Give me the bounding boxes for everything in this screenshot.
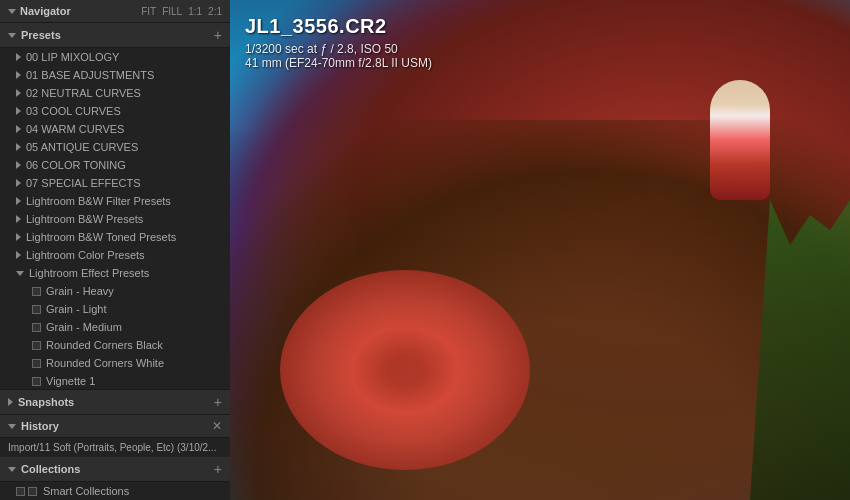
preset-expand-icon — [16, 179, 21, 187]
photo-info: JL1_3556.CR2 1/3200 sec at ƒ / 2.8, ISO … — [245, 15, 432, 70]
preset-item-vignette1[interactable]: Vignette 1 — [0, 372, 230, 389]
nav-fit[interactable]: FIT — [141, 6, 156, 17]
preset-expand-icon — [16, 107, 21, 115]
snapshots-title: Snapshots — [8, 396, 74, 408]
preset-item-rounded-corners-white[interactable]: Rounded Corners White — [0, 354, 230, 372]
collections-section-header[interactable]: Collections + — [0, 457, 230, 482]
nav-1to1[interactable]: 1:1 — [188, 6, 202, 17]
preset-child-icon — [32, 305, 41, 314]
preset-item-color-toning[interactable]: 06 COLOR TONING — [0, 156, 230, 174]
nav-2to1[interactable]: 2:1 — [208, 6, 222, 17]
preset-expand-icon — [16, 143, 21, 151]
smart-collections-label[interactable]: Smart Collections — [43, 485, 129, 497]
preset-child-icon — [32, 287, 41, 296]
navigator-options: FIT FILL 1:1 2:1 — [141, 6, 222, 17]
snapshots-section-header[interactable]: Snapshots + — [0, 390, 230, 415]
presets-title: Presets — [8, 29, 61, 41]
preset-item-lip-mixology[interactable]: 00 LIP MIXOLOGY — [0, 48, 230, 66]
preset-expand-icon — [16, 215, 21, 223]
collections-collapse-icon — [8, 467, 16, 472]
preset-child-icon — [32, 359, 41, 368]
smart-collections-icon2 — [28, 487, 37, 496]
history-close-button[interactable]: ✕ — [212, 419, 222, 433]
smart-collections-icon — [16, 487, 25, 496]
preset-item-base-adjustments[interactable]: 01 BASE ADJUSTMENTS — [0, 66, 230, 84]
left-panel: Navigator FIT FILL 1:1 2:1 Presets + 00 … — [0, 0, 230, 500]
preset-item-grain-heavy[interactable]: Grain - Heavy — [0, 282, 230, 300]
elephant-decoration — [280, 270, 530, 470]
preset-expand-icon — [16, 125, 21, 133]
preset-item-warm-curves[interactable]: 04 WARM CURVES — [0, 120, 230, 138]
preset-item-neutral-curves[interactable]: 02 NEUTRAL CURVES — [0, 84, 230, 102]
preset-expand-icon — [16, 271, 24, 276]
navigator-title: Navigator — [8, 5, 71, 17]
collections-title: Collections — [8, 463, 80, 475]
snapshots-add-button[interactable]: + — [214, 394, 222, 410]
photo-lens: 41 mm (EF24-70mm f/2.8L II USM) — [245, 56, 432, 70]
navigator-collapse-icon — [8, 9, 16, 14]
collections-add-button[interactable]: + — [214, 461, 222, 477]
photo-filename: JL1_3556.CR2 — [245, 15, 432, 38]
preset-item-grain-medium[interactable]: Grain - Medium — [0, 318, 230, 336]
navigator-header[interactable]: Navigator FIT FILL 1:1 2:1 — [0, 0, 230, 23]
main-image-area: JL1_3556.CR2 1/3200 sec at ƒ / 2.8, ISO … — [230, 0, 850, 500]
nav-fill[interactable]: FILL — [162, 6, 182, 17]
bottom-sections: Snapshots + History ✕ Import/11 Soft (Po… — [0, 389, 230, 500]
snapshots-collapse-icon — [8, 398, 13, 406]
preset-item-rounded-corners-black[interactable]: Rounded Corners Black — [0, 336, 230, 354]
preset-expand-icon — [16, 53, 21, 61]
photo-exposure: 1/3200 sec at ƒ / 2.8, ISO 50 — [245, 42, 432, 56]
preset-item-grain-light[interactable]: Grain - Light — [0, 300, 230, 318]
preset-item-bw-filter[interactable]: Lightroom B&W Filter Presets — [0, 192, 230, 210]
presets-list: 00 LIP MIXOLOGY 01 BASE ADJUSTMENTS 02 N… — [0, 48, 230, 389]
history-collapse-icon — [8, 424, 16, 429]
preset-expand-icon — [16, 233, 21, 241]
preset-child-icon — [32, 323, 41, 332]
preset-expand-icon — [16, 161, 21, 169]
presets-add-button[interactable]: + — [214, 27, 222, 43]
preset-item-bw-toned[interactable]: Lightroom B&W Toned Presets — [0, 228, 230, 246]
preset-item-effect-presets[interactable]: Lightroom Effect Presets — [0, 264, 230, 282]
history-content: Import/11 Soft (Portraits, People, Etc) … — [0, 438, 230, 457]
history-item[interactable]: Import/11 Soft (Portraits, People, Etc) … — [8, 442, 222, 453]
preset-item-bw-presets[interactable]: Lightroom B&W Presets — [0, 210, 230, 228]
preset-item-color-presets[interactable]: Lightroom Color Presets — [0, 246, 230, 264]
person-figure — [710, 80, 770, 200]
history-title: History — [8, 420, 59, 432]
preset-expand-icon — [16, 71, 21, 79]
presets-collapse-icon — [8, 33, 16, 38]
preset-expand-icon — [16, 251, 21, 259]
preset-child-icon — [32, 377, 41, 386]
history-section-header[interactable]: History ✕ — [0, 415, 230, 438]
preset-expand-icon — [16, 89, 21, 97]
navigator-label: Navigator — [20, 5, 71, 17]
preset-child-icon — [32, 341, 41, 350]
preset-expand-icon — [16, 197, 21, 205]
preset-item-special-effects[interactable]: 07 SPECIAL EFFECTS — [0, 174, 230, 192]
preset-item-cool-curves[interactable]: 03 COOL CURVES — [0, 102, 230, 120]
collections-content[interactable]: Smart Collections — [0, 482, 230, 500]
preset-item-antique-curves[interactable]: 05 ANTIQUE CURVES — [0, 138, 230, 156]
presets-section-header[interactable]: Presets + — [0, 23, 230, 48]
